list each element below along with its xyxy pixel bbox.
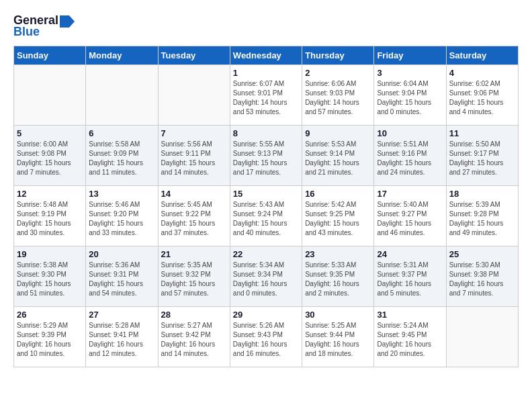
week-row-2: 5Sunrise: 6:00 AM Sunset: 9:08 PM Daylig… [14, 126, 519, 186]
day-info: Sunrise: 6:07 AM Sunset: 9:01 PM Dayligh… [233, 79, 299, 117]
day-info: Sunrise: 6:06 AM Sunset: 9:03 PM Dayligh… [305, 79, 371, 117]
day-info: Sunrise: 6:00 AM Sunset: 9:08 PM Dayligh… [17, 140, 83, 177]
day-cell: 12Sunrise: 5:48 AM Sunset: 9:19 PM Dayli… [14, 186, 86, 246]
day-number: 13 [89, 189, 154, 199]
header-tuesday: Tuesday [158, 46, 230, 65]
day-number: 27 [89, 310, 154, 320]
day-info: Sunrise: 5:53 AM Sunset: 9:14 PM Dayligh… [305, 140, 371, 177]
day-cell: 13Sunrise: 5:46 AM Sunset: 9:20 PM Dayli… [86, 186, 158, 246]
day-info: Sunrise: 6:04 AM Sunset: 9:04 PM Dayligh… [377, 79, 443, 117]
day-number: 22 [233, 249, 299, 259]
logo: General Blue [13, 13, 75, 39]
day-number: 6 [89, 128, 154, 138]
day-number: 18 [449, 189, 515, 199]
day-number: 11 [449, 128, 515, 138]
day-number: 1 [233, 68, 299, 78]
day-number: 30 [305, 310, 371, 320]
day-info: Sunrise: 5:40 AM Sunset: 9:27 PM Dayligh… [377, 200, 443, 238]
logo-arrow-icon [60, 15, 75, 28]
svg-marker-0 [60, 15, 75, 28]
day-cell: 8Sunrise: 5:55 AM Sunset: 9:13 PM Daylig… [230, 126, 302, 186]
day-cell: 17Sunrise: 5:40 AM Sunset: 9:27 PM Dayli… [374, 186, 446, 246]
day-cell [86, 65, 158, 126]
week-row-5: 26Sunrise: 5:29 AM Sunset: 9:39 PM Dayli… [14, 307, 519, 367]
day-cell: 10Sunrise: 5:51 AM Sunset: 9:16 PM Dayli… [374, 126, 446, 186]
day-cell: 29Sunrise: 5:26 AM Sunset: 9:43 PM Dayli… [230, 307, 302, 367]
day-info: Sunrise: 6:02 AM Sunset: 9:06 PM Dayligh… [449, 79, 515, 117]
day-cell: 14Sunrise: 5:45 AM Sunset: 9:22 PM Dayli… [158, 186, 230, 246]
day-cell: 9Sunrise: 5:53 AM Sunset: 9:14 PM Daylig… [302, 126, 374, 186]
day-number: 14 [161, 189, 227, 199]
header-friday: Friday [374, 46, 446, 65]
day-number: 24 [377, 249, 443, 259]
day-number: 7 [161, 128, 227, 138]
day-cell [158, 65, 230, 126]
day-info: Sunrise: 5:35 AM Sunset: 9:32 PM Dayligh… [161, 261, 227, 298]
day-info: Sunrise: 5:46 AM Sunset: 9:20 PM Dayligh… [89, 200, 154, 238]
day-info: Sunrise: 5:50 AM Sunset: 9:17 PM Dayligh… [449, 140, 515, 177]
day-info: Sunrise: 5:24 AM Sunset: 9:45 PM Dayligh… [377, 321, 443, 359]
day-number: 4 [449, 68, 515, 78]
day-number: 16 [305, 189, 371, 199]
header-sunday: Sunday [14, 46, 86, 65]
day-cell: 23Sunrise: 5:33 AM Sunset: 9:35 PM Dayli… [302, 246, 374, 307]
day-cell: 27Sunrise: 5:28 AM Sunset: 9:41 PM Dayli… [86, 307, 158, 367]
day-info: Sunrise: 5:56 AM Sunset: 9:11 PM Dayligh… [161, 140, 227, 177]
header-wednesday: Wednesday [230, 46, 302, 65]
day-info: Sunrise: 5:28 AM Sunset: 9:41 PM Dayligh… [89, 321, 154, 359]
day-info: Sunrise: 5:38 AM Sunset: 9:30 PM Dayligh… [17, 261, 83, 298]
day-number: 29 [233, 310, 299, 320]
day-cell: 24Sunrise: 5:31 AM Sunset: 9:37 PM Dayli… [374, 246, 446, 307]
day-info: Sunrise: 5:25 AM Sunset: 9:44 PM Dayligh… [305, 321, 371, 359]
calendar-table: SundayMondayTuesdayWednesdayThursdayFrid… [13, 46, 519, 367]
week-row-4: 19Sunrise: 5:38 AM Sunset: 9:30 PM Dayli… [14, 246, 519, 307]
day-number: 20 [89, 249, 154, 259]
day-cell: 1Sunrise: 6:07 AM Sunset: 9:01 PM Daylig… [230, 65, 302, 126]
day-cell: 20Sunrise: 5:36 AM Sunset: 9:31 PM Dayli… [86, 246, 158, 307]
day-info: Sunrise: 5:39 AM Sunset: 9:28 PM Dayligh… [449, 200, 515, 238]
day-cell: 2Sunrise: 6:06 AM Sunset: 9:03 PM Daylig… [302, 65, 374, 126]
day-info: Sunrise: 5:43 AM Sunset: 9:24 PM Dayligh… [233, 200, 299, 238]
page-header: General Blue [13, 13, 519, 39]
day-info: Sunrise: 5:30 AM Sunset: 9:38 PM Dayligh… [449, 261, 515, 298]
week-row-3: 12Sunrise: 5:48 AM Sunset: 9:19 PM Dayli… [14, 186, 519, 246]
day-info: Sunrise: 5:51 AM Sunset: 9:16 PM Dayligh… [377, 140, 443, 177]
day-cell: 25Sunrise: 5:30 AM Sunset: 9:38 PM Dayli… [446, 246, 518, 307]
day-cell: 6Sunrise: 5:58 AM Sunset: 9:09 PM Daylig… [86, 126, 158, 186]
day-number: 26 [17, 310, 83, 320]
day-info: Sunrise: 5:31 AM Sunset: 9:37 PM Dayligh… [377, 261, 443, 298]
day-number: 12 [17, 189, 83, 199]
day-cell: 26Sunrise: 5:29 AM Sunset: 9:39 PM Dayli… [14, 307, 86, 367]
day-number: 21 [161, 249, 227, 259]
day-info: Sunrise: 5:45 AM Sunset: 9:22 PM Dayligh… [161, 200, 227, 238]
header-row: SundayMondayTuesdayWednesdayThursdayFrid… [14, 46, 519, 65]
day-cell: 30Sunrise: 5:25 AM Sunset: 9:44 PM Dayli… [302, 307, 374, 367]
day-number: 17 [377, 189, 443, 199]
day-info: Sunrise: 5:58 AM Sunset: 9:09 PM Dayligh… [89, 140, 154, 177]
week-row-1: 1Sunrise: 6:07 AM Sunset: 9:01 PM Daylig… [14, 65, 519, 126]
logo-blue-text: Blue [13, 25, 40, 39]
day-number: 15 [233, 189, 299, 199]
day-cell: 3Sunrise: 6:04 AM Sunset: 9:04 PM Daylig… [374, 65, 446, 126]
day-cell: 16Sunrise: 5:42 AM Sunset: 9:25 PM Dayli… [302, 186, 374, 246]
day-info: Sunrise: 5:26 AM Sunset: 9:43 PM Dayligh… [233, 321, 299, 359]
day-cell: 4Sunrise: 6:02 AM Sunset: 9:06 PM Daylig… [446, 65, 518, 126]
day-cell: 31Sunrise: 5:24 AM Sunset: 9:45 PM Dayli… [374, 307, 446, 367]
day-number: 9 [305, 128, 371, 138]
day-info: Sunrise: 5:34 AM Sunset: 9:34 PM Dayligh… [233, 261, 299, 298]
day-number: 2 [305, 68, 371, 78]
day-info: Sunrise: 5:33 AM Sunset: 9:35 PM Dayligh… [305, 261, 371, 298]
day-cell: 7Sunrise: 5:56 AM Sunset: 9:11 PM Daylig… [158, 126, 230, 186]
day-number: 10 [377, 128, 443, 138]
day-cell: 19Sunrise: 5:38 AM Sunset: 9:30 PM Dayli… [14, 246, 86, 307]
day-cell: 15Sunrise: 5:43 AM Sunset: 9:24 PM Dayli… [230, 186, 302, 246]
day-info: Sunrise: 5:48 AM Sunset: 9:19 PM Dayligh… [17, 200, 83, 238]
day-cell: 28Sunrise: 5:27 AM Sunset: 9:42 PM Dayli… [158, 307, 230, 367]
header-monday: Monday [86, 46, 158, 65]
day-number: 28 [161, 310, 227, 320]
day-info: Sunrise: 5:36 AM Sunset: 9:31 PM Dayligh… [89, 261, 154, 298]
day-number: 25 [449, 249, 515, 259]
day-cell: 5Sunrise: 6:00 AM Sunset: 9:08 PM Daylig… [14, 126, 86, 186]
day-cell [446, 307, 518, 367]
day-cell [14, 65, 86, 126]
